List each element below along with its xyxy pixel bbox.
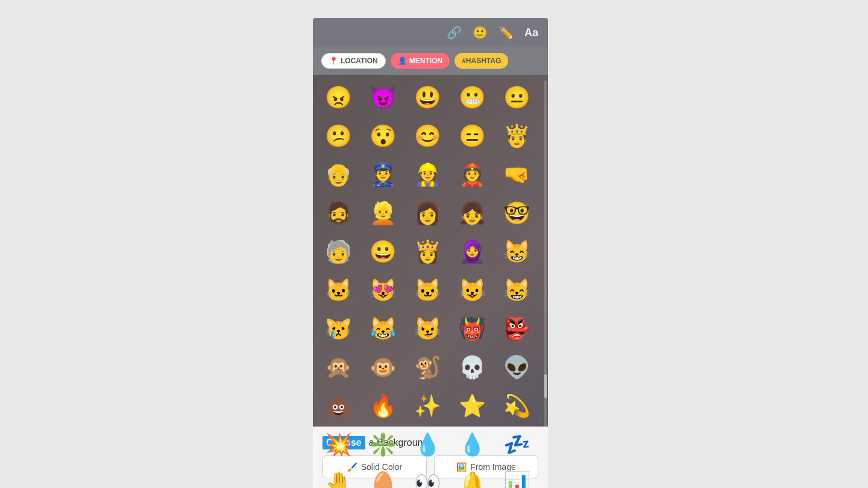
emoji-cell[interactable]: 🐒	[409, 349, 445, 386]
emoji-cell[interactable]: 💀	[454, 349, 490, 386]
emoji-cell[interactable]: 🐱	[320, 272, 356, 308]
emoji-grid: 😠😈😃😬😐😕😯😊😑🤴👴👮👷👲🤜🧔👱👩👧🤓🧓😀👸🧕😸🐱😻🐱😺😸😿😹😼👹👺🙊🐵🐒💀👽…	[320, 80, 541, 488]
emoji-cell[interactable]: 🤜	[498, 157, 535, 193]
emoji-cell[interactable]: 😹	[365, 311, 401, 347]
hashtag-tag-button[interactable]: #HASHTAG	[454, 53, 508, 69]
emoji-cell[interactable]: 🤓	[498, 195, 535, 231]
hashtag-tag-label: #HASHTAG	[462, 57, 501, 65]
emoji-cell[interactable]: 😬	[454, 80, 490, 116]
emoji-cell[interactable]: 💩	[320, 388, 356, 424]
emoji-cell[interactable]: 😸	[498, 272, 535, 308]
emoji-cell[interactable]: 👸	[409, 234, 445, 270]
mention-icon: 👤	[398, 57, 407, 65]
emoji-cell[interactable]: 👺	[498, 311, 535, 347]
emoji-cell[interactable]: 📊	[498, 465, 535, 488]
emoji-cell[interactable]: 👀	[409, 465, 445, 488]
emoji-icon[interactable]: 🙂	[473, 25, 488, 40]
emoji-cell[interactable]: 👽	[498, 349, 535, 386]
emoji-cell[interactable]: ⭐	[454, 388, 490, 424]
emoji-cell[interactable]: 😀	[365, 234, 401, 270]
emoji-cell[interactable]: 👮	[365, 157, 401, 193]
emoji-cell[interactable]: 💧	[454, 427, 490, 463]
emoji-cell[interactable]: 😻	[365, 272, 401, 308]
emoji-cell[interactable]: 🧓	[320, 234, 356, 270]
emoji-cell[interactable]: 😈	[365, 80, 401, 116]
main-panel: 🔗 🙂 ✏️ Aa 📍 LOCATION 👤 MENTION #HASHTAG …	[313, 18, 548, 488]
emoji-cell[interactable]: 🔔	[454, 465, 490, 488]
emoji-cell[interactable]: 👱	[365, 195, 401, 231]
emoji-cell[interactable]: 🤴	[498, 118, 535, 154]
emoji-cell[interactable]: 👲	[454, 157, 490, 193]
emoji-cell[interactable]: 👧	[454, 195, 490, 231]
emoji-cell[interactable]: 👷	[409, 157, 445, 193]
emoji-cell[interactable]: 🐵	[365, 349, 401, 386]
emoji-cell[interactable]: 😯	[365, 118, 401, 154]
emoji-cell[interactable]: 💥	[320, 427, 356, 463]
emoji-cell[interactable]: 😠	[320, 80, 356, 116]
emoji-cell[interactable]: 😐	[498, 80, 535, 116]
toolbar: 🔗 🙂 ✏️ Aa	[313, 18, 548, 47]
emoji-cell[interactable]: 💧	[409, 427, 445, 463]
emoji-cell[interactable]: 😺	[454, 272, 490, 308]
emoji-cell[interactable]: 😑	[454, 118, 490, 154]
emoji-grid-area: 😠😈😃😬😐😕😯😊😑🤴👴👮👷👲🤜🧔👱👩👧🤓🧓😀👸🧕😸🐱😻🐱😺😸😿😹😼👹👺🙊🐵🐒💀👽…	[313, 75, 548, 488]
emoji-cell[interactable]: 🙊	[320, 349, 356, 386]
emoji-cell[interactable]: 💤	[498, 427, 535, 463]
brush-icon[interactable]: ✏️	[498, 25, 514, 40]
emoji-cell[interactable]: 🧕	[454, 234, 490, 270]
emoji-cell[interactable]: 😃	[409, 80, 445, 116]
emoji-cell[interactable]: 👴	[320, 157, 356, 193]
location-tag-button[interactable]: 📍 LOCATION	[321, 53, 386, 69]
emoji-cell[interactable]: 🐱	[409, 272, 445, 308]
emoji-cell[interactable]: 👩	[409, 195, 445, 231]
emoji-cell[interactable]: 🤚	[320, 465, 356, 488]
emoji-cell[interactable]: ✨	[409, 388, 445, 424]
text-icon[interactable]: Aa	[524, 27, 538, 39]
emoji-cell[interactable]: 👹	[454, 311, 490, 347]
emoji-cell[interactable]: 💫	[498, 388, 535, 424]
emoji-cell[interactable]: 😿	[320, 311, 356, 347]
mention-tag-label: MENTION	[409, 57, 442, 65]
emoji-cell[interactable]: 😸	[498, 234, 535, 270]
emoji-cell[interactable]: ❇️	[365, 427, 401, 463]
emoji-cell[interactable]: 🧔	[320, 195, 356, 231]
location-tag-label: LOCATION	[341, 57, 378, 65]
emoji-cell[interactable]: 😕	[320, 118, 356, 154]
location-pin-icon: 📍	[329, 57, 338, 65]
scrollbar-thumb[interactable]	[544, 374, 547, 398]
emoji-cell[interactable]: 😊	[409, 118, 445, 154]
emoji-cell[interactable]: 🔥	[365, 388, 401, 424]
link-icon[interactable]: 🔗	[447, 25, 462, 40]
emoji-cell[interactable]: 😼	[409, 311, 445, 347]
emoji-cell[interactable]: 🥚	[365, 465, 401, 488]
tag-row: 📍 LOCATION 👤 MENTION #HASHTAG	[313, 47, 548, 75]
mention-tag-button[interactable]: 👤 MENTION	[391, 53, 450, 69]
